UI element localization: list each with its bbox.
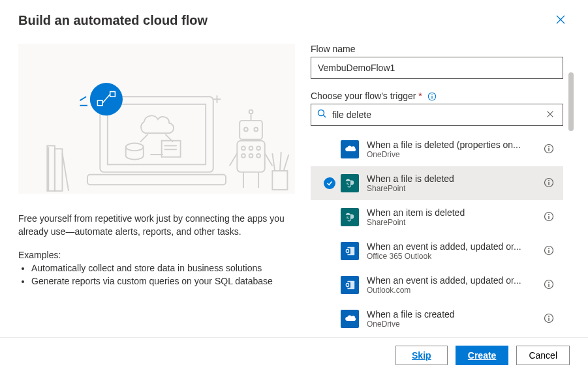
svg-point-19 [249,154,253,158]
example-item: Automatically collect and store data in … [31,261,295,275]
svg-rect-44 [548,148,549,151]
dialog-content: Free yourself from repetitive work just … [0,36,588,337]
svg-point-15 [241,146,245,150]
svg-point-43 [548,146,549,147]
svg-point-9 [249,110,253,114]
dialog-footer: Skip Create Cancel [0,337,588,373]
trigger-item[interactable]: When a file is deleted (properties on...… [311,132,563,166]
illustration [18,44,295,194]
svg-line-27 [280,152,281,171]
svg-line-31 [80,97,86,100]
svg-point-13 [254,127,258,131]
trigger-item[interactable]: When a file is createdOneDrive [311,302,563,332]
svg-line-28 [284,155,289,171]
flow-name-input[interactable] [311,57,563,79]
svg-point-59 [548,214,549,215]
svg-rect-3 [108,104,206,165]
right-panel-scrollbar[interactable] [567,36,575,337]
trigger-title: When a file is deleted [367,173,536,184]
dialog-title: Build an automated cloud flow [18,13,208,28]
info-icon [544,177,554,188]
trigger-info-button[interactable] [541,175,557,192]
trigger-text: When a file is deleted (properties on...… [367,140,536,159]
trigger-search-wrap [311,104,563,126]
close-icon [555,14,566,25]
info-icon [544,245,554,256]
trigger-text: When an event is added, updated or...Off… [367,241,536,261]
trigger-item[interactable]: When an event is added, updated or...Off… [311,234,563,268]
trigger-item[interactable]: SWhen an item is deletedSharePoint [311,200,563,234]
trigger-item[interactable]: SWhen a file is deletedSharePoint [311,166,563,200]
trigger-text: When a file is deletedSharePoint [367,173,536,193]
trigger-search-input[interactable] [331,104,543,125]
examples-list: Automatically collect and store data in … [18,261,295,288]
svg-point-20 [256,154,260,158]
trigger-info-button[interactable] [541,276,557,294]
trigger-radio-col [318,177,341,189]
info-icon [544,211,554,222]
trigger-title: When an item is deleted [367,207,536,218]
svg-rect-25 [272,171,287,190]
right-panel: Flow name Choose your flow's trigger * [300,36,575,337]
trigger-title: When an event is added, updated or... [367,275,536,286]
right-scroll-area[interactable]: Flow name Choose your flow's trigger * [311,44,575,332]
trigger-service: Office 365 Outlook [367,252,536,261]
trigger-service: OneDrive [367,320,536,329]
create-button[interactable]: Create [456,346,509,365]
examples-label: Examples: [18,250,295,260]
svg-rect-39 [431,96,432,98]
trigger-service: SharePoint [367,184,536,193]
svg-rect-66 [548,250,549,253]
clear-search-button[interactable] [543,107,557,123]
flow-name-label: Flow name [311,44,563,54]
trigger-title: When a file is created [367,309,536,320]
trigger-text: When an event is added, updated or...Out… [367,275,536,295]
trigger-text: When a file is createdOneDrive [367,309,536,329]
description-text: Free yourself from repetitive work just … [18,212,295,238]
svg-point-40 [318,110,324,116]
trigger-info-button[interactable] [541,141,557,158]
svg-rect-75 [548,318,549,321]
svg-rect-1 [55,149,63,191]
svg-point-71 [548,282,549,283]
trigger-list: When a file is deleted (properties on...… [311,132,563,332]
svg-rect-11 [240,121,262,140]
svg-line-41 [324,115,326,118]
trigger-service: SharePoint [367,218,536,227]
selected-check-icon [324,177,335,189]
cancel-button[interactable]: Cancel [516,346,570,365]
trigger-service: Outlook.com [367,286,536,295]
scrollbar-thumb[interactable] [568,72,574,131]
trigger-label: Choose your flow's trigger * [311,91,563,101]
dialog-build-automated-flow: Build an automated cloud flow [0,0,588,373]
info-icon [544,279,554,290]
trigger-info-button[interactable] [541,243,557,260]
svg-text:S: S [347,181,349,186]
outlook-service-icon [341,276,359,294]
example-item: Generate reports via custom queries on y… [31,275,295,288]
svg-point-38 [431,95,433,96]
close-button[interactable] [551,10,570,31]
trigger-info-button[interactable] [541,209,557,226]
svg-point-74 [548,316,549,317]
info-icon[interactable] [427,92,437,101]
svg-rect-72 [548,284,549,287]
trigger-info-button[interactable] [541,310,557,328]
svg-line-22 [265,153,273,166]
skip-button[interactable]: Skip [395,346,448,365]
trigger-title: When an event is added, updated or... [367,241,536,252]
required-marker: * [418,91,422,101]
trigger-item[interactable]: When an event is added, updated or...Out… [311,268,563,302]
svg-text:S: S [347,215,349,220]
svg-point-5 [126,143,144,151]
onedrive-service-icon [341,310,359,328]
info-icon [544,143,554,154]
trigger-label-text: Choose your flow's trigger [311,91,416,101]
svg-line-26 [272,153,275,171]
svg-point-51 [548,180,549,181]
svg-point-18 [241,154,245,158]
sharepoint-service-icon: S [341,208,359,226]
svg-rect-4 [87,175,226,185]
trigger-text: When an item is deletedSharePoint [367,207,536,227]
dialog-header: Build an automated cloud flow [0,0,588,36]
